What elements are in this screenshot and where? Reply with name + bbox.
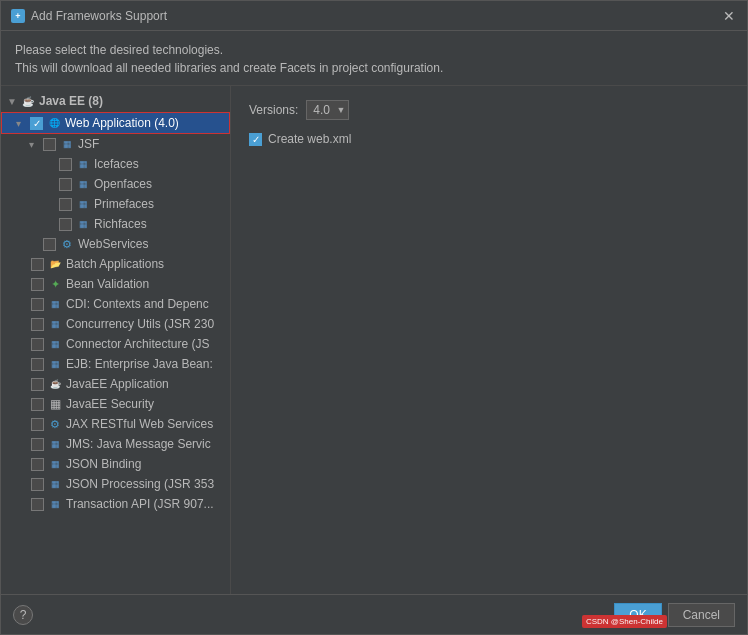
checkbox-webservices[interactable]	[43, 238, 56, 251]
tree-item-concurrency[interactable]: ▦ Concurrency Utils (JSR 230	[1, 314, 230, 334]
dialog-icon: +	[11, 9, 25, 23]
checkbox-beanval[interactable]	[31, 278, 44, 291]
label-batch: Batch Applications	[66, 257, 164, 271]
checkbox-ejb[interactable]	[31, 358, 44, 371]
tree-item-transaction[interactable]: ▦ Transaction API (JSR 907...	[1, 494, 230, 514]
dialog-title: Add Frameworks Support	[31, 9, 167, 23]
versions-row: Versions: 3.0 3.1 4.0 ▼	[249, 100, 729, 120]
help-button[interactable]: ?	[13, 605, 33, 625]
checkbox-jsonbind[interactable]	[31, 458, 44, 471]
checkbox-jms[interactable]	[31, 438, 44, 451]
create-xml-row: ✓ Create web.xml	[249, 132, 729, 146]
checkbox-jaxrs[interactable]	[31, 418, 44, 431]
add-frameworks-dialog: + Add Frameworks Support ✕ Please select…	[0, 0, 748, 635]
label-cdi: CDI: Contexts and Depenc	[66, 297, 209, 311]
label-connector: Connector Architecture (JS	[66, 337, 209, 351]
javaeeapp-icon: ☕	[48, 377, 62, 391]
label-webservices: WebServices	[78, 237, 148, 251]
checkbox-web-application[interactable]: ✓	[30, 117, 43, 130]
tree-item-batch[interactable]: 📂 Batch Applications	[1, 254, 230, 274]
framework-tree[interactable]: ▼ ☕ Java EE (8) ▾ ✓ 🌐 Web Application (4…	[1, 86, 231, 594]
label-jsf: JSF	[78, 137, 99, 151]
jms-icon: ▦	[48, 437, 62, 451]
title-bar-left: + Add Frameworks Support	[11, 9, 167, 23]
checkbox-openfaces[interactable]	[59, 178, 72, 191]
tree-item-richfaces[interactable]: ▦ Richfaces	[1, 214, 230, 234]
jsonproc-icon: ▦	[48, 477, 62, 491]
close-button[interactable]: ✕	[721, 8, 737, 24]
tree-item-cdi[interactable]: ▦ CDI: Contexts and Depenc	[1, 294, 230, 314]
checkbox-primefaces[interactable]	[59, 198, 72, 211]
connector-icon: ▦	[48, 337, 62, 351]
checkbox-icefaces[interactable]	[59, 158, 72, 171]
ejb-icon: ▦	[48, 357, 62, 371]
checkbox-transaction[interactable]	[31, 498, 44, 511]
checkbox-concurrency[interactable]	[31, 318, 44, 331]
bottom-bar: ? OK Cancel	[1, 594, 747, 634]
section-javaee-label: Java EE (8)	[39, 94, 103, 108]
checkbox-connector[interactable]	[31, 338, 44, 351]
primefaces-icon: ▦	[76, 197, 90, 211]
checkbox-batch[interactable]	[31, 258, 44, 271]
beanval-icon: ✦	[48, 277, 62, 291]
tree-item-jms[interactable]: ▦ JMS: Java Message Servic	[1, 434, 230, 454]
tree-item-jsonproc[interactable]: ▦ JSON Processing (JSR 353	[1, 474, 230, 494]
openfaces-icon: ▦	[76, 177, 90, 191]
label-ejb: EJB: Enterprise Java Bean:	[66, 357, 213, 371]
right-panel: Versions: 3.0 3.1 4.0 ▼ ✓ Create web.xml	[231, 86, 747, 594]
tree-item-ejb[interactable]: ▦ EJB: Enterprise Java Bean:	[1, 354, 230, 374]
label-web-application: Web Application (4.0)	[65, 116, 179, 130]
checkbox-javaeesec[interactable]	[31, 398, 44, 411]
jaxrs-icon: ⚙	[48, 417, 62, 431]
jsonbind-icon: ▦	[48, 457, 62, 471]
expand-arrow-jsf: ▾	[29, 139, 39, 150]
tree-item-jaxrs[interactable]: ⚙ JAX RESTful Web Services	[1, 414, 230, 434]
cdi-icon: ▦	[48, 297, 62, 311]
tree-item-connector[interactable]: ▦ Connector Architecture (JS	[1, 334, 230, 354]
csdn-badge: CSDN @Shen-Childe	[582, 615, 667, 628]
checkbox-richfaces[interactable]	[59, 218, 72, 231]
tree-item-javaeesec[interactable]: ▦ JavaEE Security	[1, 394, 230, 414]
label-beanval: Bean Validation	[66, 277, 149, 291]
checkbox-jsonproc[interactable]	[31, 478, 44, 491]
label-javaeeapp: JavaEE Application	[66, 377, 169, 391]
tree-item-webservices[interactable]: ⚙ WebServices	[1, 234, 230, 254]
label-openfaces: Openfaces	[94, 177, 152, 191]
checkbox-cdi[interactable]	[31, 298, 44, 311]
webapp-icon: 🌐	[47, 116, 61, 130]
label-icefaces: Icefaces	[94, 157, 139, 171]
label-transaction: Transaction API (JSR 907...	[66, 497, 214, 511]
versions-select-wrapper[interactable]: 3.0 3.1 4.0 ▼	[306, 100, 349, 120]
cancel-button[interactable]: Cancel	[668, 603, 735, 627]
tree-item-jsonbind[interactable]: ▦ JSON Binding	[1, 454, 230, 474]
concurrency-icon: ▦	[48, 317, 62, 331]
title-bar: + Add Frameworks Support ✕	[1, 1, 747, 31]
tree-item-openfaces[interactable]: ▦ Openfaces	[1, 174, 230, 194]
javaee-icon: ☕	[21, 94, 35, 108]
label-concurrency: Concurrency Utils (JSR 230	[66, 317, 214, 331]
tree-item-jsf[interactable]: ▾ ▦ JSF	[1, 134, 230, 154]
label-jms: JMS: Java Message Servic	[66, 437, 211, 451]
expand-arrow-javaee: ▼	[7, 96, 17, 107]
webservices-icon: ⚙	[60, 237, 74, 251]
checkbox-create-xml[interactable]: ✓	[249, 133, 262, 146]
label-jaxrs: JAX RESTful Web Services	[66, 417, 213, 431]
checkbox-javaeeapp[interactable]	[31, 378, 44, 391]
description-line2: This will download all needed libraries …	[15, 59, 733, 77]
checkbox-jsf[interactable]	[43, 138, 56, 151]
tree-item-web-application[interactable]: ▾ ✓ 🌐 Web Application (4.0)	[1, 112, 230, 134]
versions-label: Versions:	[249, 103, 298, 117]
description-area: Please select the desired technologies. …	[1, 31, 747, 86]
tree-item-icefaces[interactable]: ▦ Icefaces	[1, 154, 230, 174]
description-line1: Please select the desired technologies.	[15, 41, 733, 59]
tree-item-javaeeapp[interactable]: ☕ JavaEE Application	[1, 374, 230, 394]
tree-item-primefaces[interactable]: ▦ Primefaces	[1, 194, 230, 214]
jsf-icon: ▦	[60, 137, 74, 151]
richfaces-icon: ▦	[76, 217, 90, 231]
tree-item-beanval[interactable]: ✦ Bean Validation	[1, 274, 230, 294]
label-javaeesec: JavaEE Security	[66, 397, 154, 411]
section-javaee-header[interactable]: ▼ ☕ Java EE (8)	[1, 90, 230, 112]
transaction-icon: ▦	[48, 497, 62, 511]
label-richfaces: Richfaces	[94, 217, 147, 231]
versions-select[interactable]: 3.0 3.1 4.0	[306, 100, 349, 120]
